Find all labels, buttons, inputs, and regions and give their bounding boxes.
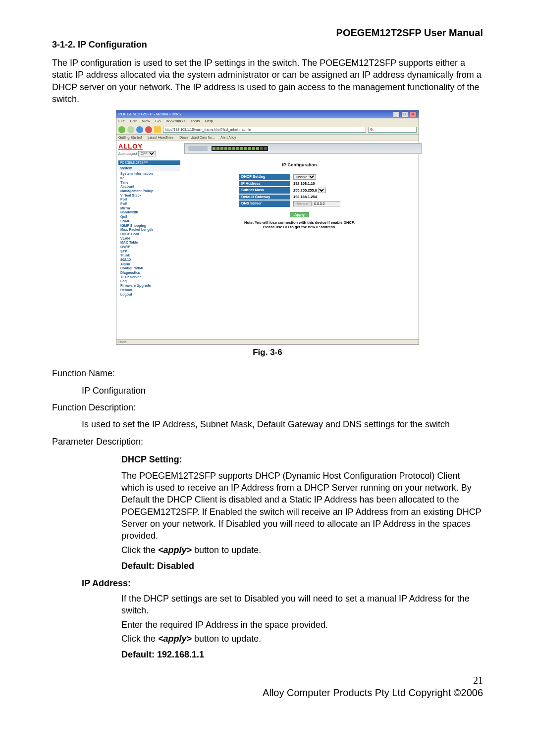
dns-input[interactable] [313, 201, 340, 206]
apply-word: <apply> [158, 545, 192, 555]
function-name-label: Function Name: [52, 367, 483, 379]
nav-trunk[interactable]: Trunk [120, 253, 180, 258]
nav-time[interactable]: Time [120, 180, 180, 185]
url-bar[interactable]: http://192.168.1.10/main_frame.html?firs… [163, 127, 366, 133]
apply-word: <apply> [158, 634, 192, 644]
note-line-1: Note: You will lose connection with this… [184, 220, 415, 225]
window-buttons[interactable]: _ □ × [392, 111, 417, 117]
nav-max-packet-length[interactable]: Max. Packet Length [120, 228, 180, 232]
dns-mode-button[interactable] [293, 201, 312, 206]
intro-paragraph: The IP configuration is used to set the … [52, 57, 483, 105]
close-icon[interactable]: × [410, 111, 417, 117]
home-icon[interactable] [154, 126, 161, 133]
nav-stp[interactable]: STP [120, 249, 180, 253]
stop-icon[interactable] [145, 126, 152, 133]
function-description-value: Is used to set the IP Address, Subnet Ma… [82, 418, 483, 430]
nav-system-information[interactable]: System Information [120, 172, 180, 176]
sidebar: ALLOY Auto Logout OFF POEGEM12T2SFP Syst… [116, 141, 180, 339]
menu-help[interactable]: Help [205, 119, 213, 123]
note-line-2: Please use CLI to get the new IP address… [184, 225, 415, 229]
page-title: IP Configuration [184, 163, 415, 168]
ip-default: Default: 192.168.1.1 [121, 650, 483, 660]
value-subnet-mask: 255.255.255.0 [293, 188, 317, 193]
dhcp-select[interactable]: Disable [293, 174, 316, 180]
menu-view[interactable]: View [142, 119, 150, 123]
minimize-icon[interactable]: _ [393, 111, 400, 117]
figure-caption: Fig. 3-6 [52, 348, 483, 357]
back-icon[interactable] [118, 126, 125, 133]
nav-mac-table[interactable]: MAC Table [120, 241, 180, 245]
copyright-footer: Alloy Computer Products Pty Ltd Copyrigh… [52, 687, 483, 699]
nav-port[interactable]: Port [120, 198, 180, 202]
nav-virtual-stack[interactable]: Virtual Stack [120, 193, 180, 198]
nav-qos[interactable]: QoS [120, 215, 180, 219]
bookmark-bar: Getting Started Latest Headlines Dealer … [116, 135, 419, 141]
menu-edit[interactable]: Edit [130, 119, 137, 123]
nav-8021x[interactable]: 802.1X [120, 258, 180, 262]
port-row [212, 146, 268, 151]
menu-bookmarks[interactable]: Bookmarks [166, 119, 186, 123]
forward-icon[interactable] [127, 126, 134, 133]
apply-button[interactable]: Apply [290, 212, 309, 217]
nav-management-policy[interactable]: Management Policy [120, 189, 180, 194]
maximize-icon[interactable]: □ [401, 111, 408, 117]
menu-go[interactable]: Go [156, 119, 161, 123]
nav-tftp-server[interactable]: TFTP Server [120, 275, 180, 279]
dhcp-click-apply: Click the <apply> button to update. [121, 544, 483, 556]
menu-tools[interactable]: Tools [191, 119, 200, 123]
label-ip-address: IP Address [239, 181, 290, 186]
nav-snmp[interactable]: SNMP [120, 219, 180, 223]
dhcp-setting-body: The POEGEM12T2SFP supports DHCP (Dynamic… [121, 470, 483, 542]
bookmark-dealer-cars[interactable]: Dealer Used Cars fro... [179, 136, 215, 139]
parameter-description-label: Parameter Description: [52, 436, 483, 448]
nav-alarm[interactable]: Alarm [120, 262, 180, 266]
bookmark-getting-started[interactable]: Getting Started [118, 136, 142, 139]
status-bar: Done [116, 339, 419, 345]
nav-vlan[interactable]: VLAN [120, 236, 180, 241]
model-band: POEGEM12T2SFP [118, 160, 180, 165]
value-ip-address: 192.168.1.10 [291, 181, 360, 186]
nav-logout[interactable]: Logout [120, 292, 180, 297]
menu-file[interactable]: File [118, 119, 125, 123]
dhcp-setting-title: DHCP Setting: [121, 454, 483, 465]
nav-log[interactable]: Log [120, 279, 180, 284]
browser-toolbar: http://192.168.1.10/main_frame.html?firs… [116, 125, 419, 135]
browser-menu[interactable]: File Edit View Go Bookmarks Tools Help [116, 118, 419, 125]
label-subnet-mask: Subnet Mask [239, 187, 290, 194]
nav-list: System Information IP Time Account Manag… [118, 172, 180, 297]
ip-address-body-1: If the DHCP settings are set to Disabled… [121, 593, 483, 617]
nav-igmp-snooping[interactable]: IGMP Snooping [120, 223, 180, 228]
label-default-gateway: Default Gateway [239, 195, 290, 200]
function-name-value: IP Configuration [82, 385, 483, 397]
nav-dhcp-boot[interactable]: DHCP Boot [120, 232, 180, 236]
auto-logout-row: Auto Logout OFF [118, 151, 180, 156]
nav-firmware-upgrade[interactable]: Firmware Upgrade [120, 284, 180, 288]
auto-logout-select[interactable]: OFF [138, 151, 156, 156]
auto-logout-label: Auto Logout [118, 152, 137, 155]
screenshot-figure: POEGEM12T2SFP - Mozilla Firefox _ □ × Fi… [116, 110, 419, 345]
nav-ip[interactable]: IP [120, 176, 180, 180]
page-number: 21 [52, 675, 483, 686]
label-dns-server: DNS Server [239, 201, 290, 207]
nav-bandwidth[interactable]: Bandwidth [120, 210, 180, 215]
nav-gvrp[interactable]: GVRP [120, 245, 180, 249]
nav-poe[interactable]: PoE [120, 202, 180, 206]
nav-diagnostics[interactable]: Diagnostics [120, 271, 180, 275]
function-description-label: Function Description: [52, 402, 483, 413]
nav-group-system[interactable]: System [118, 166, 180, 171]
bookmark-latest-headlines[interactable]: Latest Headlines [148, 136, 173, 139]
browser-titlebar: POEGEM12T2SFP - Mozilla Firefox _ □ × [116, 110, 419, 118]
reload-icon[interactable] [136, 126, 143, 133]
nav-reboot[interactable]: Reboot [120, 288, 180, 292]
main-area: IP Configuration DHCP Setting Disable IP… [180, 141, 419, 339]
browser-title: POEGEM12T2SFP - Mozilla Firefox [118, 112, 181, 117]
nav-account[interactable]: Account [120, 185, 180, 189]
ip-click-apply: Click the <apply> button to update. [121, 633, 483, 645]
subnet-select[interactable] [318, 188, 326, 193]
dhcp-default: Default: Disabled [121, 561, 483, 571]
nav-configuration[interactable]: Configuration [120, 266, 180, 271]
bookmark-alert-alloy[interactable]: Alert Alloy [220, 136, 236, 139]
search-box[interactable]: G [368, 127, 417, 133]
nav-mirror[interactable]: Mirror [120, 206, 180, 210]
manual-title: POEGEM12T2SFP User Manual [52, 27, 483, 39]
